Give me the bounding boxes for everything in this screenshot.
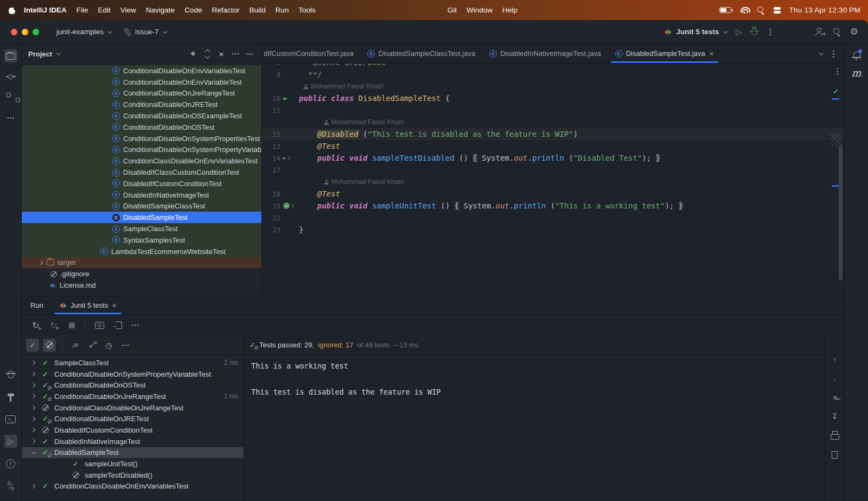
spotlight-search-icon[interactable] [757, 7, 765, 14]
wifi-icon[interactable] [740, 7, 749, 14]
softwrap-icon[interactable] [828, 391, 841, 404]
chevron-right-icon[interactable] [31, 405, 35, 410]
project-tree-item[interactable]: CConditionalDisableOnOSExampleTest [22, 110, 261, 122]
print-icon[interactable] [828, 429, 841, 442]
test-tree-item[interactable]: ConditionalClassDisableOnJreRangeTest [22, 402, 244, 414]
more-icon[interactable] [229, 47, 242, 60]
editor-tab-disabledsampletest-java[interactable]: CDisabledSampleTest.java× [608, 44, 721, 63]
export-icon[interactable] [111, 319, 124, 332]
project-tree-item[interactable]: CDisabledIfCustomConditionTest [22, 178, 261, 189]
project-tree-item[interactable]: CDisabledSampleTest [22, 212, 261, 223]
project-tree-item[interactable]: CDisabledIfClassCustomConditionTest [22, 167, 261, 178]
menu-run[interactable]: Run [270, 6, 293, 14]
terminal-tool-icon[interactable] [4, 413, 17, 426]
camera-icon[interactable] [93, 319, 106, 332]
version-control-tool-icon[interactable] [4, 479, 17, 492]
editor-scrollbar-thumb[interactable] [839, 145, 843, 281]
project-tool-icon[interactable] [4, 49, 17, 62]
test-tree-item[interactable]: ✓sampleUnitTest() [22, 458, 244, 470]
build-tool-icon[interactable] [4, 390, 17, 403]
chevron-right-icon[interactable] [31, 439, 35, 443]
chevron-right-icon[interactable] [39, 261, 43, 265]
run-tab-junit5-tests[interactable]: Junit 5 tests × [54, 296, 122, 314]
menu-code[interactable]: Code [180, 6, 207, 14]
menu-git[interactable]: Git [443, 6, 462, 14]
apple-menu-icon[interactable] [9, 6, 16, 14]
run-button[interactable]: ▷ [736, 28, 742, 36]
test-tree-item[interactable]: ✓DisabledSampleTest [22, 447, 244, 459]
project-tree-item[interactable]: CConditionalDisableOnSystemPropertiesTes… [22, 133, 261, 144]
project-tree-item[interactable]: .gitignore [22, 268, 261, 280]
menu-file[interactable]: File [72, 6, 93, 14]
test-tree-item[interactable]: ✓ConditionalDisableOnSystemPropertyVaria… [22, 369, 244, 380]
run-class-gutter-icon[interactable]: ▶▶ [283, 96, 288, 101]
commit-tool-icon[interactable] [4, 70, 17, 83]
fold-chevron-icon[interactable] [286, 156, 290, 160]
branch-selector[interactable]: issue-7 [124, 28, 166, 36]
project-tree-item[interactable]: CDisabledInNativeImageTest [22, 189, 261, 201]
project-panel-title[interactable]: Project [28, 50, 52, 58]
project-tree-item[interactable]: CConditionalDisableOnEnvVariableTest [22, 77, 261, 88]
chevron-right-icon[interactable] [31, 484, 35, 489]
ignored-toggle-icon[interactable] [43, 339, 56, 352]
project-tree-item[interactable]: target [22, 257, 261, 269]
chevron-down-icon[interactable] [819, 50, 823, 55]
menu-tools[interactable]: Tools [293, 6, 321, 14]
structure-tool-icon[interactable] [4, 91, 17, 104]
scroll-end-icon[interactable] [828, 410, 841, 423]
chevron-down-icon[interactable] [31, 449, 36, 454]
control-center-icon[interactable] [774, 7, 781, 14]
hide-icon[interactable] [243, 47, 256, 60]
chevron-right-icon[interactable] [31, 372, 35, 376]
menubar-clock[interactable]: Thu 13 Apr 12:30 PM [789, 6, 860, 14]
test-tree-item[interactable]: ✓ConditionalDisableOnJRETest [22, 413, 244, 424]
editor-tab-disabledinnativeimagetest-java[interactable]: CDisabledInNativeImageTest.java [482, 44, 608, 63]
project-tree-item[interactable]: CConditionalDisableOnEnvVariablesTest [22, 65, 261, 77]
chevron-right-icon[interactable] [31, 360, 35, 365]
chevron-right-icon[interactable] [31, 383, 35, 387]
menu-navigate[interactable]: Navigate [141, 6, 180, 14]
project-tree-item[interactable]: CLambdaTestEcommerceWebsiteTest [22, 246, 261, 257]
project-tree-item[interactable]: CSampleClassTest [22, 223, 261, 234]
clear-icon[interactable] [828, 448, 841, 461]
minimize-window-button[interactable] [22, 29, 28, 35]
up-icon[interactable] [828, 353, 841, 366]
test-tree-item[interactable]: ✓ConditionalDisableOnJreRangeTest1 ms [22, 391, 244, 402]
passed-toggle-icon[interactable] [26, 339, 39, 352]
tests-ignored-count[interactable]: ignored: 17 [318, 341, 353, 349]
project-tree-item[interactable]: CConditionalDisableOnOSTest [22, 122, 261, 133]
test-tree-item[interactable]: ✓SampleClassTest2 ms [22, 357, 244, 369]
project-tree-item[interactable]: M↓License.md [22, 280, 261, 291]
code-with-me-icon[interactable]: + [815, 28, 824, 36]
expand-all-icon[interactable] [201, 47, 214, 60]
maven-tool-window-icon[interactable]: m [851, 67, 861, 79]
more-icon[interactable] [129, 319, 142, 332]
test-tree-item[interactable]: ✓ConditionClassDisableOnEnvVariablesTest [22, 481, 244, 492]
notifications-bell-icon[interactable] [852, 50, 861, 59]
chevron-down-icon[interactable] [56, 50, 60, 55]
menu-refactor[interactable]: Refactor [207, 6, 244, 14]
menu-help[interactable]: Help [497, 6, 522, 14]
more-icon[interactable] [119, 339, 132, 352]
settings-gear-icon[interactable]: ⚙ [850, 27, 858, 36]
project-tree-item[interactable]: CConditionalDisableOnJreRangeTest [22, 88, 261, 99]
run-panel-title[interactable]: Run [30, 301, 43, 309]
test-tree-item[interactable]: sampleTestDisabled() [22, 470, 244, 481]
import-icon[interactable] [85, 339, 98, 352]
locate-icon[interactable] [187, 47, 200, 60]
project-tree-item[interactable]: CConditionClassDisableOnEnvVariablesTest [22, 155, 261, 167]
code-editor[interactable]: 8 *@Since 3/22/20209 **/Mohammad Faisal … [262, 64, 844, 296]
run-configuration-selector[interactable]: Junit 5 tests [665, 28, 726, 36]
chevron-right-icon[interactable] [31, 428, 35, 432]
stop-icon[interactable] [65, 319, 78, 332]
menu-edit[interactable]: Edit [93, 6, 116, 14]
test-tree-item[interactable]: DisabledIfCustomConditionTest [22, 424, 244, 436]
battery-icon[interactable] [719, 7, 731, 13]
test-console-output[interactable]: This is a working test This test is disa… [244, 355, 825, 501]
menu-view[interactable]: View [116, 6, 141, 14]
problems-tool-icon[interactable] [4, 457, 17, 470]
debug-button[interactable] [751, 28, 757, 35]
test-tree-item[interactable]: ✓ConditionalDisableOnOSTest [22, 379, 244, 391]
rerun-failed-icon[interactable] [47, 319, 60, 332]
more-actions-icon[interactable]: ⋮ [767, 27, 775, 37]
